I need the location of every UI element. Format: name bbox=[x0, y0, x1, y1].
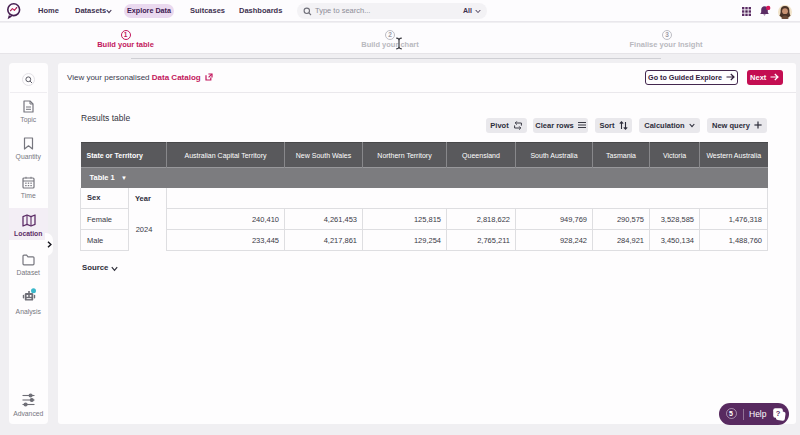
svg-text:?: ? bbox=[776, 409, 781, 418]
